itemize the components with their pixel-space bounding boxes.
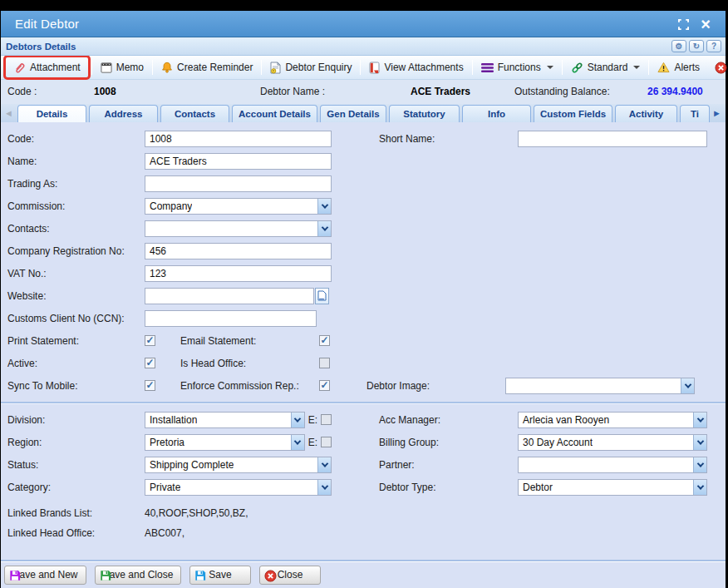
website-field-label: Website:: [7, 290, 145, 302]
trading-as-input[interactable]: [145, 175, 332, 192]
dropdown-button[interactable]: [291, 435, 304, 450]
functions-button[interactable]: Functions: [474, 57, 561, 77]
tab-account-details[interactable]: Account Details: [232, 105, 317, 122]
help-icon: ?: [711, 42, 716, 51]
name-input[interactable]: ACE Traders: [145, 153, 332, 170]
dropdown-button[interactable]: [693, 413, 706, 427]
partner-select[interactable]: [518, 457, 707, 473]
standard-button[interactable]: Standard: [563, 57, 648, 77]
close-button[interactable]: Close: [259, 566, 321, 585]
alerts-button[interactable]: Alerts: [650, 57, 707, 77]
toolbar-label: Functions: [498, 62, 541, 73]
region-e-checkbox[interactable]: [321, 437, 332, 447]
code-value: 1008: [94, 86, 116, 97]
contacts-select[interactable]: [145, 220, 332, 237]
create-reminder-button[interactable]: Create Reminder: [154, 57, 260, 77]
chevron-down-icon: [294, 437, 301, 444]
commission-field-label: Commission:: [7, 200, 145, 212]
toolbar-label: Alerts: [674, 62, 700, 73]
tab-details[interactable]: Details: [17, 105, 86, 122]
chevron-down-icon: [294, 415, 301, 422]
save-and-new-button[interactable]: Save and New: [4, 566, 86, 585]
tab-address[interactable]: Address: [89, 105, 158, 122]
button-label: Save and Close: [103, 569, 174, 581]
toolbar-separator: [648, 60, 649, 75]
commission-select[interactable]: Company: [145, 198, 332, 215]
tab-contacts[interactable]: Contacts: [160, 105, 229, 122]
division-select[interactable]: Installation: [145, 412, 305, 428]
help-button[interactable]: ?: [706, 40, 721, 52]
attachment-button[interactable]: Attachment: [6, 57, 88, 77]
dropdown-button[interactable]: [317, 199, 331, 214]
refresh-button[interactable]: ↻: [689, 40, 704, 52]
memo-button[interactable]: Memo: [93, 57, 151, 77]
active-field-label: Active:: [7, 358, 145, 369]
debtor-type-select[interactable]: Debtor: [518, 479, 707, 496]
tab-gen-details[interactable]: Gen Details: [320, 105, 386, 122]
toolbar-label: Attachment: [30, 62, 81, 73]
tab-truncated[interactable]: Ti: [680, 105, 710, 122]
company-reg-no-field-label: Company Registration No:: [7, 245, 145, 257]
toolbar-label: View Attachments: [384, 62, 463, 73]
open-website-button[interactable]: [315, 288, 329, 304]
outstanding-balance-label: Outstanding Balance:: [514, 86, 610, 97]
billing-group-select[interactable]: 30 Day Account: [518, 434, 707, 451]
tab-statutory[interactable]: Statutory: [389, 105, 460, 122]
view-attachments-button[interactable]: View Attachments: [362, 57, 470, 77]
short-name-input[interactable]: [518, 131, 707, 147]
active-checkbox[interactable]: [145, 358, 155, 368]
company-reg-no-input[interactable]: 456: [145, 243, 332, 259]
dropdown-button[interactable]: [693, 480, 706, 495]
edit-debtor-window: Edit Debtor × Debtors Details ⚙ ↻ ? Atta…: [0, 0, 728, 588]
enforce-commission-checkbox[interactable]: [319, 380, 330, 391]
gear-button[interactable]: ⚙: [671, 40, 686, 52]
debtor-image-select[interactable]: [505, 378, 695, 394]
checkbox-slot: [145, 380, 180, 391]
maximize-button[interactable]: [678, 19, 689, 30]
save-and-close-button[interactable]: Save and Close: [95, 566, 181, 585]
vat-no-input[interactable]: 123: [145, 265, 332, 282]
form-row: Contacts:: [7, 217, 726, 240]
tab-info[interactable]: Info: [462, 105, 531, 122]
form-row: Print Statement: Email Statement:: [7, 329, 726, 352]
tab-custom-fields[interactable]: Custom Fields: [534, 105, 612, 122]
dropdown-button[interactable]: [693, 457, 706, 472]
status-select[interactable]: Shipping Complete: [145, 457, 332, 473]
tab-label: Activity: [629, 109, 664, 119]
dropdown-button[interactable]: [681, 378, 694, 393]
dropdown-button[interactable]: [317, 457, 331, 472]
form-row: Division: Installation E: Acc Manager: A…: [7, 408, 726, 431]
category-select[interactable]: Private: [145, 479, 332, 496]
toolbar-close-button[interactable]: Close: [707, 57, 728, 77]
tab-label: Gen Details: [327, 109, 379, 119]
dropdown-button[interactable]: [693, 435, 706, 450]
email-statement-checkbox[interactable]: [319, 335, 330, 346]
region-select[interactable]: Pretoria: [145, 434, 305, 451]
dropdown-button[interactable]: [291, 413, 304, 427]
sync-to-mobile-checkbox[interactable]: [145, 380, 155, 391]
tab-scroll-right-button[interactable]: ►: [712, 106, 721, 120]
dropdown-button[interactable]: [317, 221, 331, 236]
dropdown-button[interactable]: [317, 480, 331, 495]
enforce-commission-field-label: Enforce Commission Rep.:: [180, 380, 319, 392]
code-input[interactable]: 1008: [145, 131, 332, 147]
save-button[interactable]: Save: [189, 566, 251, 585]
window-close-button[interactable]: ×: [701, 18, 711, 30]
checkbox-slot: [145, 358, 180, 368]
toolbar-separator: [472, 60, 473, 75]
division-e-checkbox[interactable]: [321, 414, 332, 425]
short-name-field-label: Short Name:: [379, 133, 518, 145]
tab-label: Details: [37, 109, 68, 119]
ccn-input[interactable]: [145, 310, 317, 327]
document-search-icon: [270, 62, 281, 74]
tab-activity[interactable]: Activity: [615, 105, 677, 122]
window-controls: ×: [678, 18, 711, 30]
form-row: Code: 1008 Short Name:: [7, 127, 726, 150]
tab-scroll-left-button[interactable]: ◄: [4, 106, 13, 120]
acc-manager-select[interactable]: Arlecia van Rooyen: [518, 412, 707, 428]
toolbar-label: Standard: [588, 62, 628, 73]
is-head-office-checkbox[interactable]: [319, 358, 330, 368]
debtor-enquiry-button[interactable]: Debtor Enquiry: [263, 57, 359, 77]
website-input[interactable]: [145, 288, 314, 304]
print-statement-checkbox[interactable]: [145, 335, 155, 346]
